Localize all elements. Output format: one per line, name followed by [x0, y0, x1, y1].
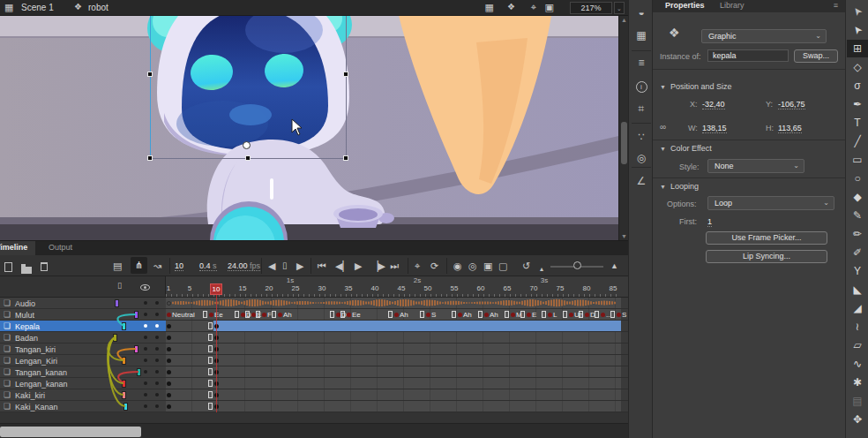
play-icon[interactable]: ▶ — [355, 259, 362, 273]
frames-area[interactable]: 15101520253035404550556065707580851s2s3s… — [166, 276, 628, 423]
frame-row-kaki_kanan[interactable] — [166, 401, 628, 412]
classic-brush-tool[interactable]: ✏ — [847, 225, 868, 243]
keyframe-dot[interactable] — [167, 359, 171, 363]
frame-end-marker[interactable] — [203, 311, 207, 318]
frame-rate-field[interactable]: 24.00 fps — [228, 261, 260, 271]
layer-visibility-dot[interactable] — [144, 347, 147, 351]
layer-row-kaki_kiri[interactable]: ❏Kaki_kiri — [0, 389, 166, 401]
keyframe-dot[interactable] — [347, 313, 351, 317]
keyframe-dot[interactable] — [262, 313, 266, 317]
w-value[interactable]: 138,15 — [702, 124, 727, 133]
playhead-marker[interactable]: 10 — [210, 283, 222, 295]
layer-visibility-dot[interactable] — [144, 381, 147, 385]
layer-lock-dot[interactable] — [155, 404, 159, 408]
layer-lock-dot[interactable] — [155, 336, 159, 339]
layer-parent-swatch[interactable] — [122, 357, 126, 365]
onion-marker-forward-icon[interactable]: ▶ — [296, 259, 303, 273]
go-to-first-frame-icon[interactable]: ⏮ — [318, 259, 326, 273]
delete-layer-icon[interactable] — [41, 261, 48, 275]
frame-end-marker[interactable] — [208, 322, 213, 329]
selected-frame-span[interactable] — [213, 321, 621, 331]
motion-editor-panel-icon[interactable]: ∠ — [629, 175, 654, 187]
eyedropper-tool[interactable]: ≀ — [847, 318, 868, 336]
frame-end-marker[interactable] — [208, 380, 213, 387]
keyframe-dot[interactable] — [167, 313, 171, 317]
scroll-thumb[interactable] — [621, 122, 627, 164]
layer-parent-swatch[interactable] — [113, 334, 117, 342]
frame-end-marker[interactable] — [208, 334, 213, 341]
hand-tool[interactable]: ✥ — [847, 411, 868, 428]
layer-parent-swatch[interactable] — [115, 299, 119, 307]
timeline-zoom-knob[interactable] — [573, 261, 581, 269]
tab-library[interactable]: Library — [720, 1, 745, 10]
frame-end-marker[interactable] — [208, 403, 213, 410]
swap-button[interactable]: Swap... — [794, 49, 838, 63]
paint-brush-tool[interactable]: ✐ — [847, 244, 868, 261]
keyframe-dot[interactable] — [209, 313, 213, 317]
frame-row-mulut[interactable]: NeutralEeDEFAhDEeAhSAhAhMELUhD..S — [166, 309, 628, 321]
frame-end-marker[interactable] — [478, 311, 483, 318]
eraser-tool[interactable]: ▱ — [847, 336, 868, 354]
tab-properties[interactable]: Properties — [665, 1, 705, 10]
keyframe-dot[interactable] — [484, 313, 489, 317]
frame-end-marker[interactable] — [420, 311, 424, 318]
frame-row-badan[interactable] — [166, 332, 628, 344]
frame-row-lengan_kanan[interactable] — [166, 378, 628, 389]
h-value[interactable]: 113,65 — [778, 124, 802, 133]
loop-options-dropdown[interactable]: Loop ⌄ — [707, 196, 834, 210]
frame-row-tangan_kiri[interactable] — [166, 344, 628, 355]
keyframe-dot[interactable] — [167, 381, 171, 386]
layer-visibility-dot[interactable] — [144, 370, 147, 374]
frame-ruler[interactable]: 15101520253035404550556065707580851s2s3s — [166, 276, 628, 298]
asset-warp-tool[interactable]: ✱ — [847, 374, 868, 391]
first-value[interactable]: 1 — [707, 217, 712, 227]
frame-end-marker[interactable] — [208, 391, 213, 398]
align-panel-icon[interactable]: ≡ — [629, 57, 654, 69]
frame-end-marker[interactable] — [563, 311, 567, 318]
keyframe-dot[interactable] — [548, 313, 552, 317]
frame-end-marker[interactable] — [208, 345, 213, 352]
style-dropdown[interactable]: None ⌄ — [707, 159, 804, 173]
zoom-dropdown-chevron-icon[interactable]: ⌄ — [614, 2, 625, 14]
transform-point[interactable] — [243, 141, 251, 149]
keyframe-dot[interactable] — [426, 313, 430, 317]
free-transform-tool[interactable]: ⊞ — [847, 40, 868, 57]
layer-row-audio[interactable]: ❏Audio — [0, 298, 166, 309]
section-looping[interactable]: ▼Looping — [660, 182, 699, 191]
layer-lock-dot[interactable] — [155, 324, 159, 328]
frame-end-marker[interactable] — [245, 311, 250, 318]
y-value[interactable]: -106,75 — [778, 100, 805, 110]
onion-skin-outlines-icon[interactable]: ◎ — [468, 259, 477, 273]
frame-row-audio[interactable] — [166, 298, 628, 309]
step-back-icon[interactable]: ◀▏ — [335, 259, 350, 273]
graph-view-icon[interactable]: ↝ — [153, 259, 161, 273]
edit-scene-icon[interactable]: ▦ — [485, 3, 494, 12]
modify-markers-icon[interactable]: ▢ — [498, 259, 507, 273]
layer-visibility-dot[interactable] — [144, 359, 147, 362]
frame-end-marker[interactable] — [595, 311, 599, 318]
reset-timeline-zoom-icon[interactable]: ↺ — [522, 259, 530, 273]
frame-end-marker[interactable] — [208, 357, 213, 364]
layer-parent-swatch[interactable] — [122, 391, 126, 399]
keyframe-dot[interactable] — [167, 370, 171, 374]
symbol-breadcrumb[interactable]: robot — [88, 3, 108, 12]
gradient-transform-tool[interactable]: ◇ — [847, 58, 868, 76]
keyframe-dot[interactable] — [511, 313, 515, 317]
zoom-out-frames-icon[interactable]: ▴ — [540, 262, 543, 276]
tab-timeline[interactable]: Timeline — [0, 241, 35, 255]
keyframe-dot[interactable] — [278, 313, 282, 317]
frame-end-marker[interactable] — [340, 311, 345, 318]
layer-visibility-dot[interactable] — [144, 313, 147, 316]
layer-visibility-dot[interactable] — [144, 336, 147, 339]
lip-syncing-button[interactable]: Lip Syncing... — [706, 250, 827, 263]
frame-end-marker[interactable] — [542, 311, 546, 318]
selection-handle-left[interactable] — [147, 72, 153, 77]
new-layer-icon[interactable] — [4, 261, 12, 276]
frame-row-lengan_kiri[interactable] — [166, 355, 628, 366]
rectangle-tool[interactable]: ▭ — [847, 151, 868, 169]
layer-parent-swatch[interactable] — [122, 322, 126, 330]
paint-bucket-tool[interactable]: ◣ — [847, 281, 868, 298]
layer-row-lengan_kiri[interactable]: ❏Lengan_Kiri — [0, 355, 166, 366]
new-folder-icon[interactable] — [21, 263, 32, 277]
onion-skin-icon[interactable]: ◉ — [453, 259, 462, 273]
